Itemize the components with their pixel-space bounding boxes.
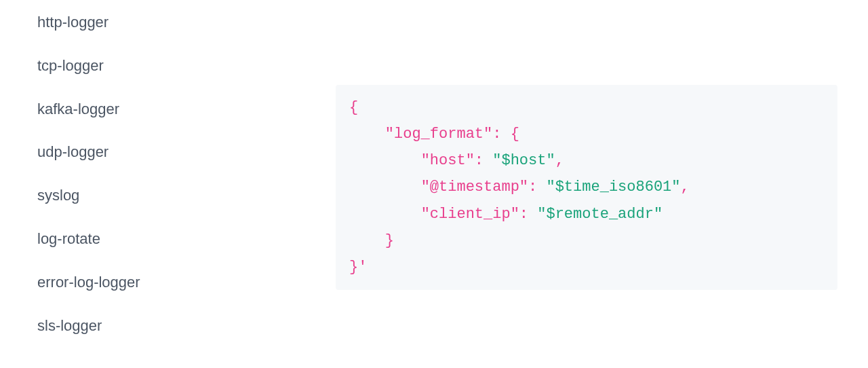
code-token: : (475, 152, 484, 169)
code-token: : (492, 126, 501, 143)
sidebar-item-tcp-logger[interactable]: tcp-logger (37, 56, 241, 77)
code-token: "log_format" (385, 126, 492, 143)
sidebar: http-logger tcp-logger kafka-logger udp-… (37, 12, 241, 358)
code-token: { (349, 99, 358, 116)
code-token: "host" (421, 152, 475, 169)
sidebar-item-udp-logger[interactable]: udp-logger (37, 142, 241, 163)
sidebar-item-error-log-logger[interactable]: error-log-logger (37, 272, 241, 293)
sidebar-item-http-logger[interactable]: http-logger (37, 12, 241, 33)
code-token: { (511, 126, 519, 143)
sidebar-item-syslog[interactable]: syslog (37, 185, 241, 206)
code-token: : (528, 179, 537, 196)
code-block: { "log_format": { "host": "$host", "@tim… (336, 85, 837, 290)
sidebar-item-kafka-logger[interactable]: kafka-logger (37, 99, 241, 120)
code-token: "$time_iso8601" (546, 179, 680, 196)
sidebar-item-log-rotate[interactable]: log-rotate (37, 229, 241, 250)
code-token: } (385, 232, 394, 249)
code-token: "client_ip" (421, 206, 519, 223)
code-token: : (519, 206, 528, 223)
sidebar-item-sls-logger[interactable]: sls-logger (37, 316, 241, 337)
code-token: "@timestamp" (421, 179, 528, 196)
code-token: "$remote_addr" (537, 206, 663, 223)
code-token: }' (349, 259, 367, 276)
code-token: , (555, 152, 564, 169)
code-token: , (681, 179, 690, 196)
code-token: "$host" (492, 152, 555, 169)
